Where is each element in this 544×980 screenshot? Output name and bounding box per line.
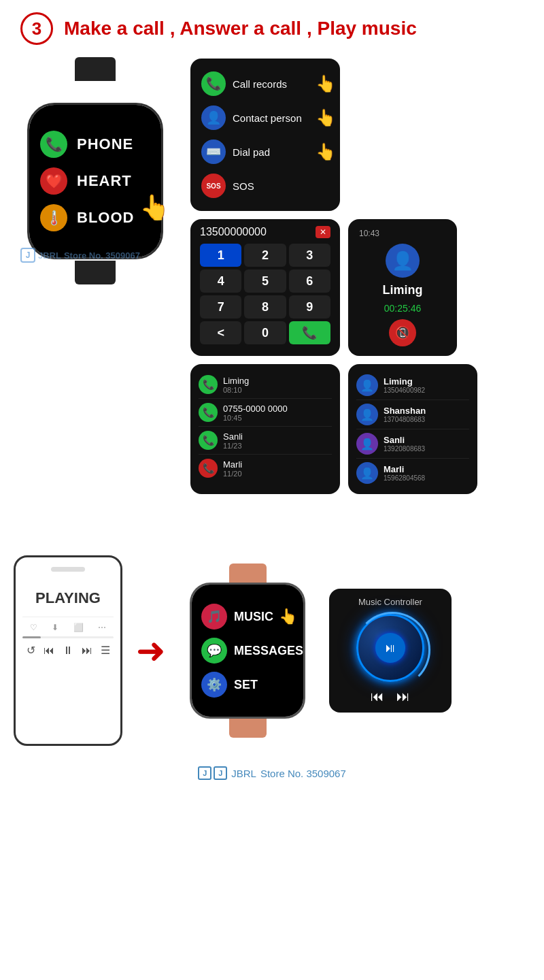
call-record-0755[interactable]: 📞 0755-0000 0000 10:45 — [199, 399, 332, 427]
end-call-button[interactable]: 📵 — [389, 319, 416, 346]
dialpad-item[interactable]: ⌨️ Dial pad 👆 — [201, 135, 329, 169]
playing-text: PLAYING — [35, 589, 101, 607]
call-info-3: Sanli 11/23 — [223, 431, 332, 450]
contact-avatar-4: 👤 — [356, 462, 378, 484]
contact-name-1: Liming — [384, 376, 469, 387]
settings-item[interactable]: ⚙️ SET — [201, 672, 294, 698]
share-icon-sm: ⬜ — [73, 623, 84, 632]
call-name-3: Sanli — [223, 431, 332, 442]
contact-number-3: 13920808683 — [384, 445, 469, 453]
delete-icon: ✕ — [320, 227, 326, 237]
watermark-brand: JBRL — [38, 250, 61, 261]
call-icon-missed-1: 📞 — [199, 459, 218, 478]
progress-bar — [22, 636, 114, 638]
delete-button[interactable]: ✕ — [316, 226, 330, 238]
watch-band-bottom — [75, 261, 116, 284]
key-back[interactable]: < — [200, 321, 241, 344]
contact-liming[interactable]: 👤 Liming 13504600982 — [356, 371, 469, 400]
cycle-icon[interactable]: ↺ — [27, 644, 35, 657]
watch-phone-item[interactable]: 📞 PHONE — [40, 131, 150, 158]
watch-blood-item[interactable]: 🌡️ BLOOD — [40, 204, 150, 231]
call-record-sanli[interactable]: 📞 Sanli 11/23 — [199, 427, 332, 455]
progress-fill — [22, 636, 41, 638]
play-pause-button[interactable]: ⏸ — [63, 644, 73, 657]
phone-icons-row: ♡ ⬇ ⬜ ⋯ — [22, 623, 114, 632]
phone-icon: 📞 — [40, 131, 67, 158]
section-divider — [0, 501, 544, 521]
music-next-button[interactable]: ⏭ — [396, 689, 410, 704]
contact-shanshan[interactable]: 👤 Shanshan 13704808683 — [356, 400, 469, 429]
messages-item[interactable]: 💬 MESSAGES — [201, 638, 294, 664]
prev-button[interactable]: ⏮ — [44, 644, 54, 657]
watch-heart-item[interactable]: ❤️ HEART — [40, 167, 150, 195]
settings-icon: ⚙️ — [201, 672, 227, 698]
heart-icon: ❤️ — [40, 167, 67, 195]
contact-name-2: Shanshan — [384, 406, 469, 416]
phone-mockup: PLAYING ♡ ⬇ ⬜ ⋯ ↺ ⏮ ⏸ ⏭ ☰ — [14, 555, 122, 746]
transport-controls: ↺ ⏮ ⏸ ⏭ ☰ — [22, 644, 114, 657]
contact-number-2: 13704808683 — [384, 416, 469, 423]
caller-avatar: 👤 — [386, 244, 420, 278]
dialpad-display: 13500000000 ✕ — [200, 226, 330, 238]
blood-label: BLOOD — [77, 209, 134, 227]
music-watch: 🎵 MUSIC 👆 💬 MESSAGES ⚙️ SET — [180, 564, 316, 738]
key-8[interactable]: 8 — [244, 295, 286, 318]
panels-column: 📞 Call records 👆 👤 Contact person 👆 ⌨️ D… — [190, 59, 530, 494]
key-2[interactable]: 2 — [244, 244, 286, 267]
watermark-logo: J — [20, 248, 35, 263]
key-call[interactable]: 📞 — [289, 321, 330, 344]
contact-avatar-1: 👤 — [356, 374, 378, 396]
sos-item[interactable]: SOS SOS — [201, 169, 329, 203]
hand-pointer-watch: 👆 — [139, 193, 170, 222]
key-6[interactable]: 6 — [289, 270, 330, 293]
call-time-4: 11/20 — [223, 470, 332, 478]
music-disc: ⏯ — [356, 614, 424, 682]
watch-side-button[interactable] — [305, 640, 305, 661]
key-1[interactable]: 1 — [200, 244, 241, 267]
call-icon-incoming-1: 📞 — [199, 375, 218, 394]
next-button[interactable]: ⏭ — [82, 644, 92, 657]
call-record-liming[interactable]: 📞 Liming 08:10 — [199, 371, 332, 399]
contact-avatar-2: 👤 — [356, 404, 378, 425]
music-disc-area: ⏯ — [356, 614, 424, 682]
key-0[interactable]: 0 — [244, 321, 286, 344]
music-watch-screen: 🎵 MUSIC 👆 💬 MESSAGES ⚙️ SET — [192, 585, 303, 717]
sos-label: SOS — [233, 180, 254, 192]
music-hand-pointer: 👆 — [279, 608, 297, 625]
menu-pointer-3: 👆 — [316, 142, 336, 161]
call-records-item[interactable]: 📞 Call records 👆 — [201, 67, 329, 101]
key-9[interactable]: 9 — [289, 295, 330, 318]
contacts-panel: 👤 Liming 13504600982 👤 Shanshan 13704808… — [348, 364, 477, 494]
sos-icon: SOS — [201, 174, 226, 198]
key-3[interactable]: 3 — [289, 244, 330, 267]
call-records-icon: 📞 — [201, 71, 226, 96]
heart-icon-sm: ♡ — [30, 623, 37, 632]
incoming-time: 10:43 — [359, 229, 379, 238]
call-record-marli[interactable]: 📞 Marli 11/20 — [199, 455, 332, 482]
watch-body: 📞 PHONE ❤️ HEART 🌡️ BLOOD — [27, 103, 163, 259]
music-prev-button[interactable]: ⏮ — [371, 689, 384, 704]
call-icon-incoming-3: 📞 — [199, 431, 218, 450]
key-4[interactable]: 4 — [200, 270, 241, 293]
call-records-panel: 📞 Liming 08:10 📞 0755-0000 0000 10:45 📞 — [190, 364, 340, 494]
page-header: 3 Make a call , Answer a call , Play mus… — [0, 0, 544, 52]
call-name-4: Marli — [223, 459, 332, 470]
middle-row: 13500000000 ✕ 1 2 3 4 5 6 7 8 9 < 0 — [190, 219, 530, 356]
key-7[interactable]: 7 — [200, 295, 241, 318]
dialpad-panel: 13500000000 ✕ 1 2 3 4 5 6 7 8 9 < 0 — [190, 219, 340, 356]
download-icon-sm: ⬇ — [52, 623, 58, 632]
watch-band-top — [75, 57, 116, 81]
menu-pointer-2: 👆 — [316, 108, 336, 127]
list-icon[interactable]: ☰ — [101, 644, 110, 657]
bottom-watermark: J J JBRL Store No. 3509067 — [0, 760, 544, 794]
contact-person-item[interactable]: 👤 Contact person 👆 — [201, 101, 329, 135]
contact-person-label: Contact person — [233, 112, 302, 124]
music-item[interactable]: 🎵 MUSIC 👆 — [201, 604, 294, 630]
key-5[interactable]: 5 — [244, 270, 286, 293]
music-watch-body: 🎵 MUSIC 👆 💬 MESSAGES ⚙️ SET — [190, 583, 305, 719]
phone-menu-panel: 📞 Call records 👆 👤 Contact person 👆 ⌨️ D… — [190, 59, 340, 211]
contact-marli[interactable]: 👤 Marli 15962804568 — [356, 459, 469, 487]
bottom-row: 📞 Liming 08:10 📞 0755-0000 0000 10:45 📞 — [190, 364, 530, 494]
contact-sanli[interactable]: 👤 Sanli 13920808683 — [356, 429, 469, 459]
call-duration: 00:25:46 — [384, 303, 422, 314]
